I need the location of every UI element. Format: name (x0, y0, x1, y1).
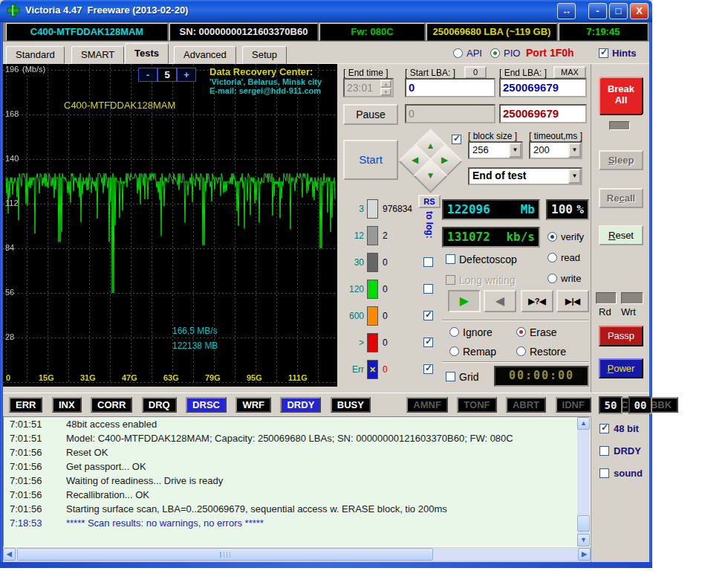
passp-button[interactable]: Passp (599, 326, 643, 346)
end-time-spinner[interactable]: ▲ ▼ (380, 80, 391, 96)
pio-radio[interactable] (490, 48, 500, 58)
seek-question-button[interactable]: ▶?◀ (521, 290, 553, 312)
hscroll-thumb[interactable] (17, 548, 433, 561)
restore-radio-label[interactable]: Restore (530, 346, 566, 358)
banner-email: E-mail: sergei@hdd-911.com (209, 86, 336, 95)
timeout-value: 200 (533, 144, 550, 155)
api-radio-label[interactable]: API (467, 48, 482, 59)
ignore-radio-label[interactable]: Ignore (463, 326, 493, 338)
restore-radio[interactable] (516, 346, 526, 356)
counter-value-3: 976834 (383, 199, 412, 219)
end-lba-input[interactable]: 250069679 (499, 78, 587, 97)
pause-button[interactable]: Pause (343, 104, 398, 125)
read-radio-label[interactable]: read (561, 252, 580, 263)
tab-standard[interactable]: Standard (6, 46, 65, 64)
verify-radio-label[interactable]: verify (561, 231, 584, 242)
side-options-panel: 48 bit DRDY sound (591, 416, 649, 562)
play-forward-button[interactable]: ▶ (448, 290, 481, 312)
end-action-value: End of test (472, 170, 526, 181)
banner-city: 'Victoria', Belarus, Minsk city (209, 77, 336, 86)
verify-radio[interactable] (547, 232, 557, 242)
timeout-dropdown-arrow[interactable]: ▼ (568, 143, 581, 158)
end-action-dropdown-arrow[interactable]: ▼ (568, 169, 581, 184)
power-button[interactable]: Power (599, 358, 643, 378)
sleep-button[interactable]: Sleep (599, 150, 643, 170)
read-radio[interactable] (547, 253, 557, 262)
api-radio[interactable] (453, 48, 463, 58)
ignore-radio[interactable] (449, 327, 459, 337)
tab-setup[interactable]: Setup (242, 46, 287, 64)
scale-plus-button[interactable]: + (177, 68, 196, 82)
log-hscrollbar[interactable]: ◀ ▶ (3, 548, 591, 561)
block-size-dropdown-arrow[interactable]: ▼ (509, 143, 521, 158)
counter-block-120 (367, 280, 378, 299)
log-120-checkbox[interactable] (423, 284, 433, 294)
break-all-button[interactable]: Break All (599, 77, 643, 115)
defectoscop-label[interactable]: Defectoscop (459, 254, 517, 265)
mb-value: 122096 (447, 202, 490, 216)
48bit-checkbox[interactable] (599, 424, 609, 433)
lba-max-button[interactable]: MAX (553, 66, 586, 79)
write-radio-label[interactable]: write (561, 273, 581, 284)
rs-button[interactable]: RS (418, 195, 441, 208)
timeout-combo[interactable]: 200 ▼ (529, 141, 582, 159)
x-tick-111g: 111G (288, 373, 308, 382)
log-panel[interactable]: 7:01:5148bit access enabled 7:01:51Model… (3, 416, 591, 547)
48bit-label[interactable]: 48 bit (614, 423, 639, 434)
log-gt-checkbox[interactable] (423, 338, 433, 347)
log-vscrollbar[interactable]: ▲ ▼ (577, 417, 590, 546)
end-time-label: [ End time ] (343, 68, 389, 78)
end-action-combo[interactable]: End of test ▼ (468, 167, 582, 185)
hints-label[interactable]: Hints (612, 48, 637, 59)
start-button[interactable]: Start (343, 140, 398, 180)
grid-checkbox[interactable] (446, 372, 455, 381)
attach-window-button[interactable]: ↔ (557, 3, 576, 19)
erase-radio[interactable] (516, 327, 526, 337)
block-size-combo[interactable]: 256 ▼ (468, 141, 523, 159)
log-600-checkbox[interactable] (423, 311, 433, 320)
start-lba-input[interactable]: 0 (405, 78, 495, 97)
write-radio[interactable] (547, 274, 557, 283)
drdy-label[interactable]: DRDY (614, 445, 641, 457)
log-row: 7:01:56Starting surface scan, LBA=0..250… (4, 503, 590, 517)
log-text: Starting surface scan, LBA=0..250069679,… (66, 503, 447, 514)
hints-checkbox[interactable] (599, 48, 608, 58)
counter-value-err: 0 (383, 360, 388, 379)
scroll-down-arrow[interactable]: ▼ (577, 534, 590, 546)
current-lba-field: 0 (405, 104, 495, 123)
tab-advanced[interactable]: Advanced (174, 46, 236, 64)
sound-label[interactable]: sound (614, 468, 643, 479)
drdy-checkbox[interactable] (599, 446, 609, 456)
log-err-checkbox[interactable] (423, 364, 433, 374)
play-backward-button[interactable]: ◀ (484, 290, 516, 312)
tab-smart[interactable]: SMART (71, 46, 124, 64)
lba-zero-button[interactable]: 0 (464, 66, 487, 79)
erase-radio-label[interactable]: Erase (530, 326, 557, 338)
reset-button[interactable]: Reset (599, 225, 643, 245)
log-30-checkbox[interactable] (423, 257, 433, 267)
grid-label[interactable]: Grid (459, 371, 478, 383)
seek-end-button[interactable]: ▶|◀ (556, 290, 589, 312)
counter-value-12: 2 (383, 226, 388, 245)
defectoscop-checkbox[interactable] (446, 254, 455, 264)
minimize-button[interactable]: - (588, 3, 607, 19)
log-text: Recallibration... OK (66, 489, 149, 500)
vscroll-thumb[interactable] (577, 515, 590, 532)
close-button[interactable]: X (630, 3, 649, 19)
scroll-right-arrow[interactable]: ▶ (578, 548, 591, 561)
scale-minus-button[interactable]: - (138, 68, 157, 82)
tab-tests[interactable]: Tests (125, 43, 169, 64)
title-bar[interactable]: Victoria 4.47 Freeware (2013-02-20) ↔ - … (0, 0, 652, 22)
remap-radio-label[interactable]: Remap (463, 346, 496, 358)
remap-radio[interactable] (449, 346, 459, 356)
sound-checkbox[interactable] (599, 468, 609, 478)
recall-button[interactable]: Recall (599, 188, 643, 208)
scroll-left-arrow[interactable]: ◀ (3, 548, 16, 561)
pio-radio-label[interactable]: PIO (504, 48, 520, 59)
timeout-label: [ timeout,ms ] (529, 131, 582, 141)
maximize-button[interactable]: □ (609, 3, 628, 19)
test-controls-panel: [ End time ] [ Start LBA: ] 0 [ End LBA:… (338, 64, 591, 393)
scroll-up-arrow[interactable]: ▲ (577, 417, 590, 430)
counter-label-3: 3 (339, 199, 364, 219)
log-row: 7:01:5148bit access enabled (4, 419, 590, 433)
